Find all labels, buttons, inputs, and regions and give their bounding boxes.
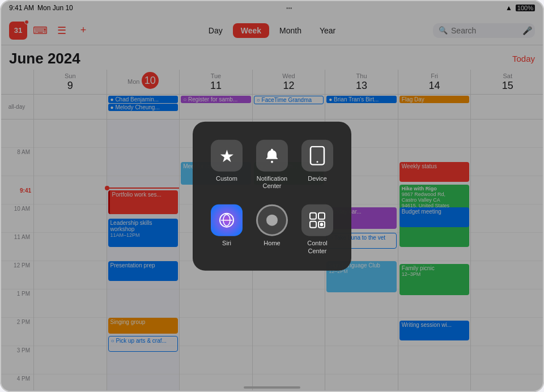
svg-point-10 — [320, 223, 324, 227]
custom-icon: ★ — [211, 140, 243, 172]
assistive-touch-menu: ★ Custom NotificationCenter Device — [193, 122, 351, 271]
menu-item-siri[interactable]: Siri — [204, 200, 249, 259]
svg-rect-6 — [310, 213, 316, 219]
device-label: Device — [308, 175, 327, 182]
menu-item-custom[interactable]: ★ Custom — [204, 135, 249, 194]
svg-rect-8 — [310, 221, 316, 228]
menu-item-control[interactable]: ControlCenter — [295, 200, 340, 259]
svg-point-0 — [271, 161, 273, 163]
custom-label: Custom — [216, 175, 237, 182]
siri-icon — [211, 204, 243, 236]
home-inner-circle — [266, 215, 278, 226]
control-label: ControlCenter — [307, 240, 327, 254]
control-icon — [301, 204, 333, 236]
device-icon — [301, 140, 333, 172]
home-icon — [256, 204, 288, 236]
siri-label: Siri — [222, 240, 231, 247]
menu-item-home[interactable]: Home — [249, 200, 295, 259]
svg-rect-7 — [318, 213, 325, 219]
notification-icon — [256, 140, 288, 172]
notification-label: NotificationCenter — [257, 175, 287, 190]
menu-item-notification[interactable]: NotificationCenter — [249, 135, 295, 194]
home-label: Home — [264, 240, 280, 247]
menu-item-device[interactable]: Device — [295, 135, 340, 194]
